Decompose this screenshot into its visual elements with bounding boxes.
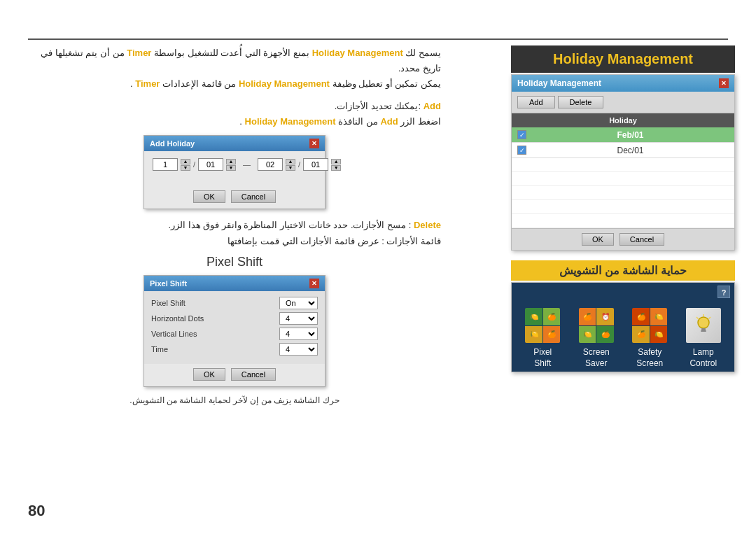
hm-col-header: Holiday — [512, 113, 734, 127]
hm-empty-row-3 — [512, 186, 734, 200]
spin-up-day-btn[interactable]: ▲ — [226, 159, 236, 164]
end-month-spinner: ▲ ▼ — [286, 159, 295, 171]
safety-screen-icon-img: 🍊 🍋 🍊 🍋 — [631, 307, 668, 344]
spin-down-btn[interactable]: ▼ — [181, 165, 190, 171]
pixel-shift-title: Pixel Shift — [28, 255, 441, 269]
screen-saver-icon-img: 🍊 ⏰ 🍋 🍊 — [578, 307, 615, 344]
spin-up-end-month-btn[interactable]: ▲ — [286, 159, 295, 164]
ps-row3-select[interactable]: 4 123 — [279, 328, 318, 340]
start-day-input[interactable] — [198, 158, 223, 171]
ps-row-2: Horizontal Dots 4 123 — [151, 312, 318, 325]
dialog-cancel-button[interactable]: Cancel — [231, 190, 276, 203]
ps-row2-select[interactable]: 4 123 — [279, 312, 318, 325]
arabic-line2: يمكن تمكين أو تعطيل وظيفة Holiday Manage… — [28, 76, 441, 92]
hm-row2-text: Dec/01 — [532, 146, 729, 155]
arabic-add-text: Add :يمكنك تحديد الأجازات. اضغط الزر Add… — [28, 99, 441, 129]
safety-icon-lamp-control[interactable]: Lamp Control — [680, 307, 727, 369]
hm-checkbox-1[interactable]: ✓ — [517, 130, 526, 139]
hm-ok-button[interactable]: OK — [582, 233, 614, 246]
hm-empty-row-1 — [512, 158, 734, 172]
hm-panel-close-button[interactable]: ✕ — [719, 78, 729, 88]
dialog-titlebar: Add Holiday ✕ — [144, 136, 325, 151]
page-number: 80 — [28, 502, 45, 520]
hm-row-2[interactable]: ✓ Dec/01 — [512, 143, 734, 158]
pixel-shift-dialog: Pixel Shift ✕ Pixel Shift On Off Horizon… — [144, 275, 326, 387]
ps-row1-select[interactable]: On Off — [279, 297, 318, 309]
ps-dialog-title: Pixel Shift — [150, 279, 187, 288]
spin-down-end-month-btn[interactable]: ▼ — [286, 165, 295, 171]
ps-row-1: Pixel Shift On Off — [151, 297, 318, 309]
pixel-shift-section: Pixel Shift Pixel Shift ✕ Pixel Shift On… — [28, 255, 441, 405]
safety-panel: ? 🍋 🍊 🍋 🍊 Pixel Shift — [511, 282, 735, 372]
hm-checkbox-2[interactable]: ✓ — [517, 146, 526, 155]
safety-icon-pixel-shift[interactable]: 🍋 🍊 🍋 🍊 Pixel Shift — [519, 307, 566, 369]
ps-row-3: Vertical Lines 4 123 — [151, 328, 318, 340]
dialog-close-button[interactable]: ✕ — [309, 139, 319, 148]
add-holiday-dialog-container: Add Holiday ✕ ▲ ▼ / ▲ ▼ — — [28, 135, 441, 209]
ps-cancel-button[interactable]: Cancel — [231, 368, 276, 381]
safety-header: حماية الشاشة من التشويش — [511, 260, 735, 281]
hm-toolbar: Add Delete — [512, 92, 734, 113]
ps-dialog-footer: OK Cancel — [144, 364, 325, 386]
spin-down-end-day-btn[interactable]: ▼ — [331, 165, 341, 171]
safety-screen-icon-grid: 🍊 🍋 🍊 🍋 — [632, 308, 667, 343]
ps-row2-label: Horizontal Dots — [151, 314, 279, 323]
date-row: ▲ ▼ / ▲ ▼ — ▲ ▼ / — [153, 158, 316, 171]
end-day-spinner: ▲ ▼ — [331, 159, 341, 171]
svg-rect-1 — [701, 328, 706, 330]
arabic-delete-text: Delete : مسح الأجازات. حدد خانات الاختيا… — [28, 218, 441, 248]
hm-delete-button[interactable]: Delete — [558, 96, 604, 108]
safety-icon-screen-saver[interactable]: 🍊 ⏰ 🍋 🍊 Screen Saver — [573, 307, 620, 369]
spin-up-end-day-btn[interactable]: ▲ — [331, 159, 341, 164]
lamp-svg — [691, 313, 716, 338]
lamp-control-icon-img — [685, 307, 722, 344]
help-button[interactable]: ? — [718, 286, 730, 298]
hm-panel-title: Holiday Management — [517, 78, 601, 88]
end-month-input[interactable] — [258, 158, 283, 171]
screen-saver-icon-grid: 🍊 ⏰ 🍋 🍊 — [579, 308, 614, 343]
lamp-control-label-2: Control — [690, 358, 717, 370]
hm-panel: Holiday Management ✕ Add Delete Holiday … — [511, 74, 735, 251]
ps-row4-label: Time — [151, 345, 279, 353]
screen-saver-label-1: Screen — [583, 347, 610, 358]
safety-icon-safety-screen[interactable]: 🍊 🍋 🍊 🍋 Safety Screen — [626, 307, 673, 369]
end-day-input[interactable] — [303, 158, 328, 171]
hm-header: Holiday Management — [511, 45, 735, 73]
arabic-bottom-text: حرك الشاشة يزيف من إن لآخر لحماية الشاشة… — [28, 395, 441, 405]
safety-screen-label-2: Screen — [636, 358, 663, 370]
lamp-icon-visual — [686, 308, 721, 343]
hm-add-button[interactable]: Add — [517, 96, 555, 108]
ps-dialog-close-button[interactable]: ✕ — [309, 279, 319, 288]
safe-cell-3: 🍊 — [632, 326, 650, 344]
hm-cancel-button[interactable]: Cancel — [620, 233, 664, 246]
fruit-cell-1: 🍋 — [525, 308, 542, 325]
ss-cell-4: 🍊 — [596, 326, 614, 344]
dialog-body: ▲ ▼ / ▲ ▼ — ▲ ▼ / — [144, 151, 325, 186]
add-holiday-dialog: Add Holiday ✕ ▲ ▼ / ▲ ▼ — — [144, 135, 326, 209]
safety-icons-row: 🍋 🍊 🍋 🍊 Pixel Shift 🍊 ⏰ — [512, 301, 734, 372]
ps-ok-button[interactable]: OK — [193, 368, 225, 381]
safe-cell-1: 🍊 — [632, 308, 650, 325]
ps-row4-select[interactable]: 4 123 — [279, 343, 318, 356]
ps-dialog-titlebar: Pixel Shift ✕ — [144, 276, 325, 291]
dialog-footer: OK Cancel — [144, 186, 325, 209]
start-month-input[interactable] — [153, 158, 178, 171]
hm-empty-row-5 — [512, 214, 734, 228]
spin-up-btn[interactable]: ▲ — [181, 159, 190, 164]
ps-dialog-body: Pixel Shift On Off Horizontal Dots 4 123 — [144, 291, 325, 364]
arabic-intro-text: يسمح لك Holiday Management بمنع الأجهزة … — [28, 45, 441, 92]
arabic-line1: يسمح لك Holiday Management بمنع الأجهزة … — [28, 45, 441, 76]
spin-down-day-btn[interactable]: ▼ — [226, 165, 236, 171]
pixel-shift-icon-img: 🍋 🍊 🍋 🍊 — [524, 307, 561, 344]
hm-empty-row-4 — [512, 200, 734, 214]
screen-saver-label-2: Saver — [585, 358, 607, 370]
dialog-title: Add Holiday — [150, 139, 195, 148]
fruit-cell-4: 🍊 — [543, 326, 561, 344]
hm-row-1[interactable]: ✓ Feb/01 — [512, 127, 734, 143]
dialog-ok-button[interactable]: OK — [193, 190, 225, 203]
pixel-shift-dialog-container: Pixel Shift ✕ Pixel Shift On Off Horizon… — [28, 275, 441, 387]
ps-row1-label: Pixel Shift — [151, 299, 279, 307]
ss-cell-1: 🍊 — [579, 308, 596, 325]
svg-point-0 — [698, 317, 709, 328]
svg-line-4 — [696, 317, 699, 319]
